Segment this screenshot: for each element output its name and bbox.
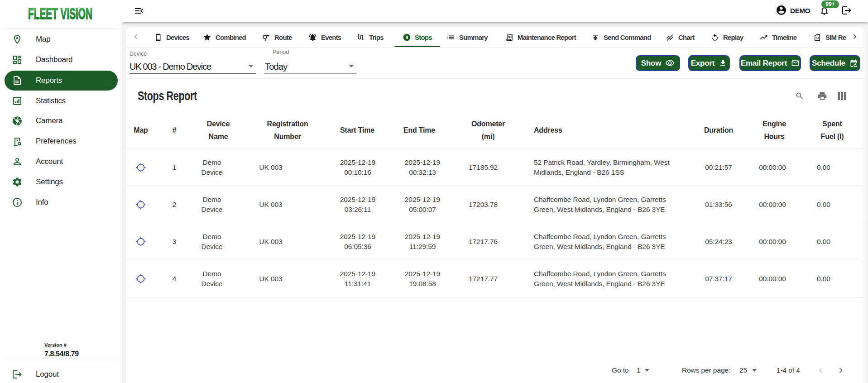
svg-text:FLEET VISION: FLEET VISION <box>28 5 92 22</box>
